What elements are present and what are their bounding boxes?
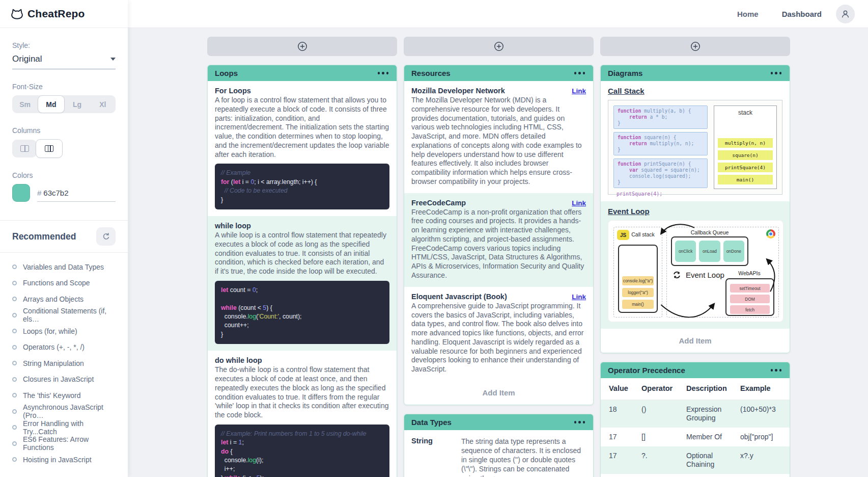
brand-name: CheatRepo <box>27 8 85 20</box>
code-line: console.log('Count:', count); <box>221 312 383 321</box>
card-menu-icon[interactable] <box>770 367 783 374</box>
section-text: A while loop is a control flow statement… <box>215 231 389 276</box>
color-swatch[interactable] <box>12 184 30 202</box>
columns-three-button[interactable] <box>36 139 63 158</box>
resource-item: Eloquent Javascript (Book)LinkA comprehe… <box>404 287 593 381</box>
bullet-icon <box>12 329 17 333</box>
card-title: Operator Precedence <box>608 366 685 375</box>
font-size-sm-button[interactable]: Sm <box>12 95 38 113</box>
call-stack-panel: JS Call stack console.log("a")logger("a"… <box>613 227 662 317</box>
resource-link[interactable]: Link <box>572 293 586 301</box>
section-heading: while loop <box>215 222 389 230</box>
table-cell: x?.y <box>740 452 790 460</box>
call-stack-heading: Call Stack <box>608 87 782 95</box>
event-loop-label: Event Loop <box>686 271 724 279</box>
code-line: } <box>618 147 704 153</box>
callback-queue-box: onClickonLoadonDone <box>671 236 748 266</box>
loops-section: For LoopsA for loop is a control flow st… <box>208 81 397 216</box>
table-cell: Optional Chaining <box>686 452 740 469</box>
code-line: } <box>221 330 383 339</box>
column-1: Loops For LoopsA for loop is a control f… <box>207 37 397 477</box>
recommended-item[interactable]: Arrays and Objects <box>12 291 116 307</box>
colors-label: Colors <box>12 171 116 179</box>
code-line: function printSquare(n) { <box>618 161 704 167</box>
recommended-item[interactable]: String Manipulation <box>12 355 116 372</box>
hex-prefix: # <box>37 189 41 197</box>
user-icon <box>840 9 851 19</box>
resource-name: Mozilla Developer Network <box>411 87 505 95</box>
nav-home[interactable]: Home <box>737 10 759 18</box>
recommended-item-label: Arrays and Objects <box>23 295 83 303</box>
recommended-item[interactable]: Conditional Statements (if, els… <box>12 307 116 324</box>
card-menu-icon[interactable] <box>573 70 586 76</box>
add-item-button[interactable]: Add Item <box>601 329 790 353</box>
recommended-item[interactable]: Functions and Scope <box>12 275 116 292</box>
recommended-title: Recommended <box>12 231 76 242</box>
resources-card-header: Resources <box>404 65 593 81</box>
recommended-item[interactable]: Loops (for, while) <box>12 323 116 339</box>
recommended-item[interactable]: Operators (+, -, *, /) <box>12 339 116 356</box>
recommended-item[interactable]: Asynchronous JavaScript (Pro… <box>12 404 116 420</box>
webapi-item: DOM <box>730 295 770 303</box>
font-size-xl-button[interactable]: Xl <box>90 95 116 113</box>
font-size-md-button[interactable]: Md <box>38 95 64 113</box>
refresh-button[interactable] <box>96 227 116 246</box>
font-size-lg-button[interactable]: Lg <box>65 95 90 113</box>
card-menu-icon[interactable] <box>377 70 390 76</box>
add-card-button[interactable] <box>207 37 397 56</box>
hex-input[interactable]: # 63c7b2 <box>37 189 116 202</box>
avatar[interactable] <box>836 5 855 23</box>
table-cell: 17 <box>609 452 641 460</box>
recommended-item[interactable]: Hoisting in JavaScript <box>12 452 116 468</box>
style-group: Style: Original <box>12 41 116 69</box>
resource-description: The Mozilla Developer Network (MDN) is a… <box>411 96 586 187</box>
nav-dashboard[interactable]: Dashboard <box>782 10 822 18</box>
column-header: Description <box>686 384 740 393</box>
logo: CheatRepo <box>0 0 128 28</box>
code-line: function square(n) { <box>618 135 704 141</box>
webapis-box: setTimeoutDOMfetch <box>725 278 774 316</box>
recommended-item[interactable]: ES6 Features: Arrow Functions <box>12 436 116 452</box>
recommended-item[interactable]: The 'this' Keyword <box>12 387 116 404</box>
event-loop-heading: Event Loop <box>608 207 782 216</box>
font-size-label: Font-Size <box>12 83 116 91</box>
recommended-item[interactable]: Variables and Data Types <box>12 259 116 275</box>
bullet-icon <box>12 281 17 285</box>
code-line: while (count < 5) { <box>221 304 383 312</box>
recommended-item[interactable]: Closures in JavaScript <box>12 372 116 388</box>
bullet-icon <box>12 297 17 301</box>
card-menu-icon[interactable] <box>573 419 586 426</box>
stack-frame: printSquare(4) <box>718 163 773 172</box>
style-select[interactable]: Original <box>12 54 116 69</box>
code-block: let count = 0; while (count < 5) { conso… <box>215 281 389 344</box>
code-line: function multiply(a, b) { <box>618 108 704 114</box>
section-heading: For Loops <box>215 87 389 95</box>
event-loop-row: Event Loop <box>672 270 724 280</box>
card-menu-icon[interactable] <box>770 70 783 76</box>
code-line: // Example: Print numbers from 1 to 5 us… <box>221 430 383 438</box>
resource-item-header: Mozilla Developer NetworkLink <box>411 87 586 95</box>
data-type-row: StringThe string data type represents a … <box>404 430 593 477</box>
resource-item-header: FreeCodeCampLink <box>411 199 586 207</box>
bullet-icon <box>12 361 17 365</box>
callback-queue-label: Callback Queue <box>671 229 748 235</box>
section-text: A for loop is a control flow statement t… <box>215 96 389 159</box>
table-cell: Member Of <box>686 433 740 441</box>
browser-panel: Callback Queue onClickonLoadonDone Event… <box>666 227 779 317</box>
resource-link[interactable]: Link <box>572 199 586 207</box>
add-item-button[interactable]: Add Item <box>404 381 593 405</box>
bullet-icon <box>12 425 17 430</box>
resource-link[interactable]: Link <box>572 87 586 95</box>
loops-card-header: Loops <box>208 65 397 81</box>
code-line: } <box>221 196 383 204</box>
final-call-line: printSquare(4); <box>613 191 708 197</box>
bullet-icon <box>12 377 17 382</box>
add-card-button[interactable] <box>600 37 790 56</box>
recommended-item[interactable]: Error Handling with Try...Catch <box>12 419 116 436</box>
sidebar: CheatRepo Style: Original Font-Size SmMd… <box>0 0 128 477</box>
call-stack-label: Call stack <box>626 231 660 237</box>
card-title: Data Types <box>411 418 452 427</box>
columns-two-button[interactable] <box>12 140 37 157</box>
column-header: Operator <box>641 384 686 393</box>
add-card-button[interactable] <box>404 37 594 56</box>
